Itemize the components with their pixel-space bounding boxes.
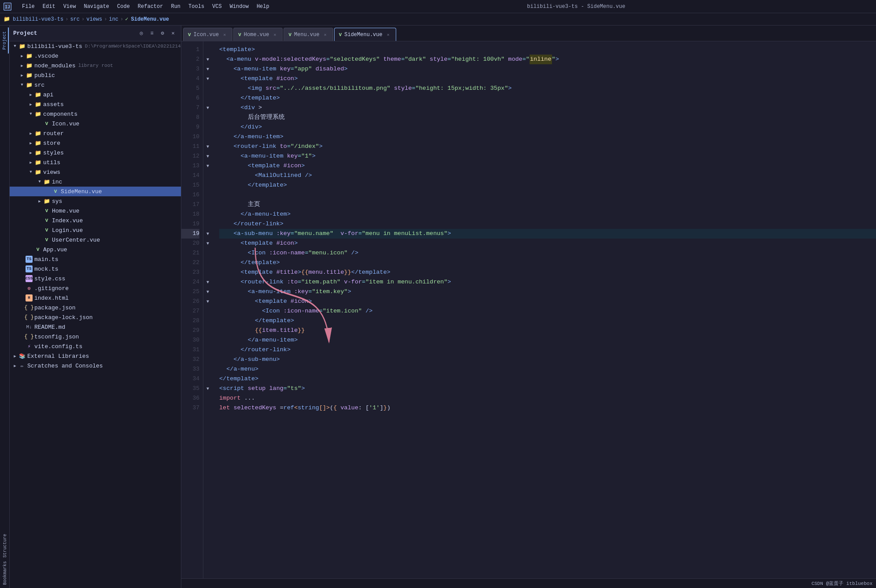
tree-item-style-css[interactable]: ▶ CSS style.css: [10, 274, 181, 283]
gutter-19a: [203, 219, 212, 229]
tree-item-root[interactable]: ▼ 📁 bilibili-vue3-ts D:\ProgramWorkSpace…: [10, 41, 181, 51]
tree-item-sidemenu[interactable]: ▶ V SideMenu.vue: [10, 187, 181, 196]
gutter-25[interactable]: ▼: [203, 287, 212, 297]
tab-home-vue[interactable]: V Home.vue ✕: [233, 28, 283, 41]
tree-item-main-ts[interactable]: ▶ TS main.ts: [10, 254, 181, 264]
menu-help[interactable]: Help: [253, 3, 273, 11]
tab-close-sidemenu-vue[interactable]: ✕: [385, 32, 391, 38]
tree-item-styles[interactable]: ▶ 📁 styles: [10, 148, 181, 158]
gutter-35[interactable]: ▼: [203, 384, 212, 393]
tab-menu-vue[interactable]: V Menu.vue ✕: [283, 28, 333, 41]
menu-navigate[interactable]: Navigate: [80, 3, 113, 11]
gutter-11[interactable]: ▼: [203, 142, 212, 151]
code-line-28: </template>: [219, 316, 876, 326]
tree-item-vscode[interactable]: ▶ 📁 .vscode: [10, 51, 181, 61]
gutter-5: [203, 84, 212, 93]
tree-item-utils[interactable]: ▶ 📁 utils: [10, 158, 181, 167]
title-bar: IJ File Edit View Navigate Code Refactor…: [0, 0, 876, 13]
gutter-19b[interactable]: ▼: [203, 229, 212, 239]
tab-close-menu-vue[interactable]: ✕: [322, 32, 328, 38]
close-sidebar-button[interactable]: ✕: [169, 29, 177, 38]
tree-item-login-vue[interactable]: ▶ V Login.vue: [10, 225, 181, 235]
tree-item-public[interactable]: ▶ 📁 public: [10, 70, 181, 80]
gutter-4[interactable]: ▼: [203, 74, 212, 84]
gutter-18: [203, 209, 212, 219]
tree-label-router: router: [43, 130, 64, 137]
tree-item-index-vue[interactable]: ▶ V Index.vue: [10, 216, 181, 225]
menu-code[interactable]: Code: [114, 3, 133, 11]
folder-icon-src: 📁: [26, 81, 33, 88]
tab-icon-vue[interactable]: V Icon.vue ✕: [183, 28, 232, 41]
locate-file-button[interactable]: ◎: [137, 29, 146, 38]
tree-label-styles: styles: [43, 150, 64, 156]
gutter-7[interactable]: ▼: [203, 103, 212, 113]
gutter-26[interactable]: ▼: [203, 297, 212, 306]
tree-item-home-vue[interactable]: ▶ V Home.vue: [10, 206, 181, 216]
breadcrumb-src[interactable]: src: [70, 16, 80, 22]
gutter-24[interactable]: ▼: [203, 277, 212, 287]
breadcrumb-views[interactable]: views: [86, 16, 102, 22]
breadcrumb-project[interactable]: bilibili-vue3-ts: [13, 16, 63, 22]
menu-view[interactable]: View: [60, 3, 80, 11]
tree-item-store[interactable]: ▶ 📁 store: [10, 138, 181, 148]
tab-sidemenu-vue[interactable]: V SideMenu.vue ✕: [334, 28, 396, 41]
tree-item-gitignore[interactable]: ▶ ⎊ .gitignore: [10, 283, 181, 293]
tree-label-package-lock-json: package-lock.json: [34, 314, 93, 321]
tree-item-sys[interactable]: ▶ 📁 sys: [10, 196, 181, 206]
tree-item-node-modules[interactable]: ▶ 📁 node_modules library root: [10, 61, 181, 70]
code-line-37: let selectedKeys =ref<string[]>({ value:…: [219, 403, 876, 413]
menu-file[interactable]: File: [18, 3, 38, 11]
tab-close-home-vue[interactable]: ✕: [272, 32, 278, 38]
tree-item-inc[interactable]: ▼ 📁 inc: [10, 177, 181, 187]
tree-item-views[interactable]: ▼ 📁 views: [10, 167, 181, 177]
gutter-13[interactable]: ▼: [203, 161, 212, 171]
tree-item-src[interactable]: ▼ 📁 src: [10, 80, 181, 90]
tree-item-package-json[interactable]: ▶ { } package.json: [10, 303, 181, 312]
menu-edit[interactable]: Edit: [39, 3, 59, 11]
code-line-36: import ...: [219, 393, 876, 403]
collapse-all-button[interactable]: ≡: [147, 29, 156, 38]
app-logo: IJ: [4, 3, 11, 11]
tree-item-router[interactable]: ▶ 📁 router: [10, 129, 181, 138]
tree-item-package-lock-json[interactable]: ▶ { } package-lock.json: [10, 312, 181, 322]
tree-item-components[interactable]: ▼ 📁 components: [10, 109, 181, 119]
gutter-17: [203, 200, 212, 209]
tab-icon-sidemenu: V: [339, 32, 342, 37]
tree-item-mock-ts[interactable]: ▶ TS mock.ts: [10, 264, 181, 274]
editor-tabs: V Icon.vue ✕ V Home.vue ✕ V Menu.vue ✕ V…: [181, 26, 876, 41]
gutter-12[interactable]: ▼: [203, 151, 212, 161]
menu-window[interactable]: Window: [226, 3, 252, 11]
tree-item-icon-vue[interactable]: ▶ V Icon.vue: [10, 119, 181, 129]
tree-item-index-html[interactable]: ▶ H index.html: [10, 293, 181, 303]
code-line-11: <router-link to="/index">: [219, 142, 876, 151]
code-line-6: </template>: [219, 93, 876, 103]
tree-item-vite-config[interactable]: ▶ ⚡ vite.config.ts: [10, 342, 181, 351]
tree-item-readme[interactable]: ▶ M↓ README.md: [10, 322, 181, 332]
vtab-project[interactable]: Project: [1, 27, 9, 54]
tree-item-scratches[interactable]: ▶ ✏ Scratches and Consoles: [10, 361, 181, 371]
menu-refactor[interactable]: Refactor: [134, 3, 167, 11]
vtab-structure[interactable]: Structure: [1, 533, 9, 559]
menu-run[interactable]: Run: [167, 3, 184, 11]
tab-close-icon-vue[interactable]: ✕: [221, 32, 228, 38]
tree-item-external-libs[interactable]: ▶ 📚 External Libraries: [10, 351, 181, 361]
menu-tools[interactable]: Tools: [185, 3, 208, 11]
tree-label-views: views: [43, 169, 60, 176]
tree-item-app-vue[interactable]: ▶ V App.vue: [10, 245, 181, 254]
tree-item-api[interactable]: ▶ 📁 api: [10, 90, 181, 99]
gutter-3[interactable]: ▼: [203, 64, 212, 74]
breadcrumb-file: SideMenu.vue: [131, 16, 169, 22]
code-editor[interactable]: 1 2 3 4 5 6 7 8 9 10 11 12 13 14 15 16 1: [181, 41, 876, 578]
breadcrumb-inc[interactable]: inc: [109, 16, 118, 22]
settings-button[interactable]: ⚙: [158, 29, 167, 38]
vtab-bookmarks[interactable]: Bookmarks: [1, 560, 9, 586]
gutter-2[interactable]: ▼: [203, 55, 212, 64]
gutter-20[interactable]: ▼: [203, 239, 212, 248]
menu-vcs[interactable]: VCS: [209, 3, 225, 11]
tree-item-assets[interactable]: ▶ 📁 assets: [10, 99, 181, 109]
folder-icon-node-modules: 📁: [26, 62, 33, 69]
tab-label-icon-vue: Icon.vue: [194, 32, 219, 38]
tree-item-usercenter-vue[interactable]: ▶ V UserCenter.vue: [10, 235, 181, 245]
tree-item-tsconfig-json[interactable]: ▶ { } tsconfig.json: [10, 332, 181, 342]
git-file-icon: ⎊: [26, 285, 33, 292]
